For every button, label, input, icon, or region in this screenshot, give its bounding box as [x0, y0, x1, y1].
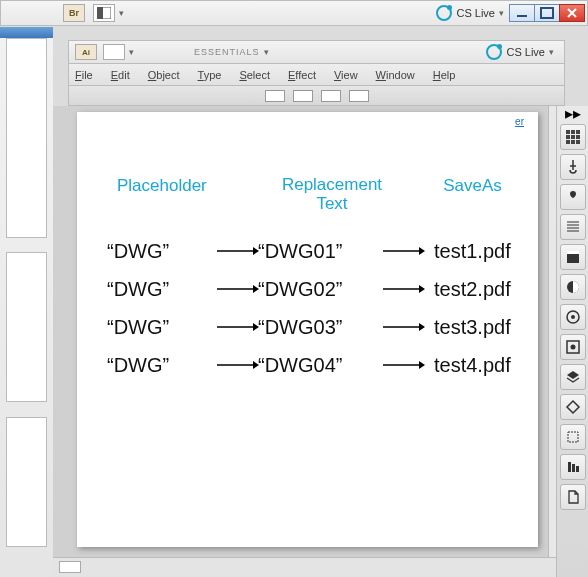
panel-symbols-icon[interactable]	[560, 184, 586, 210]
artboard: er Placeholder ReplacementText SaveAs “D…	[77, 112, 538, 547]
table-row: “DWG” “DWG01” test1.pdf	[77, 232, 538, 270]
arrow-icon	[381, 321, 426, 333]
status-bar	[53, 557, 556, 577]
table-row: “DWG” “DWG04” test4.pdf	[77, 346, 538, 384]
bridge-icon[interactable]: Br	[63, 4, 85, 22]
arrow-icon	[381, 283, 426, 295]
svg-rect-6	[571, 135, 575, 139]
panel-graphic-styles-icon[interactable]	[560, 334, 586, 360]
menu-file[interactable]: File	[75, 69, 93, 81]
inner-layout-dropdown-icon[interactable]: ▾	[129, 47, 134, 57]
cell-placeholder: “DWG”	[107, 316, 217, 339]
arrow-icon	[381, 359, 426, 371]
toolbar-swatch[interactable]	[349, 90, 369, 102]
layout-switcher-button[interactable]	[93, 4, 115, 22]
control-toolbar	[68, 86, 565, 106]
minimize-button[interactable]	[509, 4, 535, 22]
menu-window[interactable]: Window	[376, 69, 415, 81]
menu-effect[interactable]: Effect	[288, 69, 316, 81]
cs-live-button[interactable]: CS Live ▾	[436, 5, 504, 21]
inner-cs-live-icon	[486, 44, 502, 60]
inner-cs-live-button[interactable]: CS Live ▾	[486, 44, 554, 60]
svg-rect-19	[568, 462, 571, 472]
table-row: “DWG” “DWG02” test2.pdf	[77, 270, 538, 308]
panel-brushes-icon[interactable]	[560, 154, 586, 180]
cs-live-label: CS Live	[456, 7, 495, 19]
cs-live-icon	[436, 5, 452, 21]
inner-layout-button[interactable]	[103, 44, 125, 60]
toolbar-swatch[interactable]	[321, 90, 341, 102]
cell-saveas: test1.pdf	[434, 240, 511, 263]
maximize-button[interactable]	[534, 4, 560, 22]
menu-edit[interactable]: Edit	[111, 69, 130, 81]
cell-replacement: “DWG04”	[258, 354, 383, 377]
arrow-icon	[215, 245, 260, 257]
panel-artboards-icon[interactable]	[560, 394, 586, 420]
menu-view[interactable]: View	[334, 69, 358, 81]
arrow-icon	[215, 321, 260, 333]
cell-saveas: test3.pdf	[434, 316, 511, 339]
left-panel-3[interactable]	[6, 417, 47, 547]
panel-align-icon[interactable]	[560, 454, 586, 480]
inner-cs-live-dropdown-icon: ▾	[549, 47, 554, 57]
panel-transparency-icon[interactable]	[560, 274, 586, 300]
svg-rect-10	[576, 140, 580, 144]
left-dock-header[interactable]	[0, 27, 53, 38]
column-headers: Placeholder ReplacementText SaveAs	[77, 176, 538, 213]
workspace-label[interactable]: ESSENTIALS	[194, 47, 260, 57]
svg-rect-3	[571, 130, 575, 134]
svg-rect-1	[97, 7, 103, 19]
svg-point-15	[571, 315, 575, 319]
dock-collapse-icon[interactable]: ▸▸	[568, 108, 578, 118]
layout-dropdown-arrow-icon[interactable]: ▾	[119, 8, 124, 18]
canvas-area[interactable]: er Placeholder ReplacementText SaveAs “D…	[53, 106, 556, 557]
left-panel-1[interactable]	[6, 38, 47, 238]
workspace-dropdown-icon[interactable]: ▾	[264, 47, 269, 57]
mapping-rows: “DWG” “DWG01” test1.pdf “DWG” “DWG02” te…	[77, 232, 538, 384]
cell-saveas: test4.pdf	[434, 354, 511, 377]
svg-rect-8	[566, 140, 570, 144]
panel-document-icon[interactable]	[560, 484, 586, 510]
panel-crop-icon[interactable]	[560, 424, 586, 450]
svg-rect-5	[566, 135, 570, 139]
close-button[interactable]	[559, 4, 585, 22]
svg-rect-7	[576, 135, 580, 139]
menu-help[interactable]: Help	[433, 69, 456, 81]
cell-saveas: test2.pdf	[434, 278, 511, 301]
cs-live-dropdown-icon: ▾	[499, 8, 504, 18]
inner-window-titlebar: Ai ▾ ESSENTIALS ▾ CS Live ▾	[68, 40, 565, 64]
menu-object[interactable]: Object	[148, 69, 180, 81]
arrow-icon	[215, 359, 260, 371]
menu-bar: File Edit Object Type Select Effect View…	[68, 64, 565, 86]
panel-stroke-icon[interactable]	[560, 214, 586, 240]
header-placeholder: Placeholder	[117, 176, 257, 213]
header-replacement: ReplacementText	[257, 176, 407, 213]
panel-layers-icon[interactable]	[560, 364, 586, 390]
panel-appearance-icon[interactable]	[560, 304, 586, 330]
panel-gradient-icon[interactable]	[560, 244, 586, 270]
menu-type[interactable]: Type	[198, 69, 222, 81]
window-controls	[510, 4, 585, 22]
cropped-link[interactable]: er	[515, 116, 524, 127]
vertical-scrollbar[interactable]	[548, 106, 556, 557]
svg-rect-21	[576, 466, 579, 472]
toolbar-swatch[interactable]	[265, 90, 285, 102]
app-icon[interactable]: Ai	[75, 44, 97, 60]
svg-rect-2	[566, 130, 570, 134]
cell-placeholder: “DWG”	[107, 278, 217, 301]
svg-rect-18	[568, 432, 578, 442]
cell-placeholder: “DWG”	[107, 240, 217, 263]
status-zoom-box[interactable]	[59, 561, 81, 573]
cell-placeholder: “DWG”	[107, 354, 217, 377]
panel-grid-icon[interactable]	[560, 124, 586, 150]
inner-cs-live-label: CS Live	[506, 46, 545, 58]
svg-rect-9	[571, 140, 575, 144]
right-dock: ▸▸	[556, 106, 588, 577]
arrow-icon	[381, 245, 426, 257]
menu-select[interactable]: Select	[239, 69, 270, 81]
toolbar-swatch[interactable]	[293, 90, 313, 102]
left-dock	[0, 27, 53, 577]
left-panel-2[interactable]	[6, 252, 47, 402]
svg-point-17	[570, 345, 575, 350]
cell-replacement: “DWG01”	[258, 240, 383, 263]
